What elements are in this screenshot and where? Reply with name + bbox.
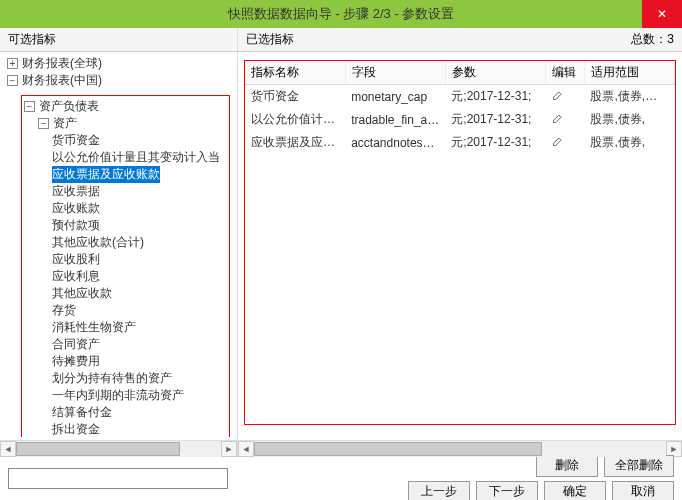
edit-icon[interactable] xyxy=(546,85,585,109)
tree-label: 应收股利 xyxy=(52,251,100,268)
tree-label: 财务报表(中国) xyxy=(22,72,102,89)
tree-label: 消耗性生物资产 xyxy=(52,319,136,336)
tree-label: 货币资金 xyxy=(52,132,100,149)
scroll-track[interactable] xyxy=(254,441,666,457)
available-header: 可选指标 xyxy=(0,28,237,52)
tree-label: 应收票据及应收账款 xyxy=(52,166,160,183)
close-button[interactable]: ✕ xyxy=(642,0,682,28)
cell: 股票,债券, xyxy=(584,108,674,131)
tree-label: 应收账款 xyxy=(52,200,100,217)
table-inner: 指标名称字段参数编辑适用范围 货币资金monetary_cap元;2017-12… xyxy=(244,60,676,425)
available-title: 可选指标 xyxy=(8,31,56,48)
delete-all-button[interactable]: 全部删除 xyxy=(604,455,674,477)
selected-panel: 已选指标 总数：3 指标名称字段参数编辑适用范围 货币资金monetary_ca… xyxy=(238,28,682,456)
tree-label: 以公允价值计量且其变动计入当 xyxy=(52,149,220,166)
table-row[interactable]: 以公允价值计量且tradable_fin_asse元;2017-12-31;股票… xyxy=(245,108,675,131)
next-button[interactable]: 下一步 xyxy=(476,481,538,501)
table-row[interactable]: 应收票据及应收账款acctandnotes_rcv元;2017-12-31;股票… xyxy=(245,131,675,154)
delete-button[interactable]: 删除 xyxy=(536,455,598,477)
tree-item[interactable]: 应收账款 xyxy=(24,200,229,217)
tree-wrap: +财务报表(全球) −财务报表(中国) −资产负债表 −资产 货币资金以公允价值… xyxy=(2,54,235,438)
table-wrap: 指标名称字段参数编辑适用范围 货币资金monetary_cap元;2017-12… xyxy=(240,54,680,438)
collapse-icon[interactable]: − xyxy=(24,101,35,112)
column-header[interactable]: 参数 xyxy=(445,61,545,85)
tree-node-balance[interactable]: −资产负债表 xyxy=(24,98,229,115)
column-header[interactable]: 适用范围 xyxy=(584,61,674,85)
tree-item[interactable]: 应收利息 xyxy=(24,268,229,285)
tree-item[interactable]: 应收票据及应收账款 xyxy=(24,166,229,183)
cell: 以公允价值计量且 xyxy=(245,108,345,131)
scroll-left-icon[interactable]: ◄ xyxy=(0,441,16,457)
edit-icon[interactable] xyxy=(546,108,585,131)
tree-item[interactable]: 消耗性生物资产 xyxy=(24,319,229,336)
tree-label: 应收票据 xyxy=(52,183,100,200)
column-header[interactable]: 编辑 xyxy=(546,61,585,85)
tree-hscrollbar[interactable]: ◄ ► xyxy=(0,440,237,456)
prev-button[interactable]: 上一步 xyxy=(408,481,470,501)
search-input[interactable] xyxy=(8,468,228,489)
table-hscrollbar[interactable]: ◄ ► xyxy=(238,440,682,456)
collapse-icon[interactable]: − xyxy=(38,118,49,129)
cell: 股票,债券,指数, xyxy=(584,85,674,109)
tree-item[interactable]: 应收票据 xyxy=(24,183,229,200)
tree-node-global[interactable]: +财务报表(全球) xyxy=(7,55,234,72)
expand-icon[interactable]: + xyxy=(7,58,18,69)
tree-item[interactable]: 预付款项 xyxy=(24,217,229,234)
footer-buttons: 删除 全部删除 上一步 下一步 确定 取消 xyxy=(234,455,674,501)
tree-item[interactable]: 货币资金 xyxy=(24,132,229,149)
scroll-track[interactable] xyxy=(16,441,221,457)
tree-item[interactable]: 合同资产 xyxy=(24,336,229,353)
tree-label: 资产负债表 xyxy=(39,98,99,115)
tree-item[interactable]: 其他应收款(合计) xyxy=(24,234,229,251)
cell: 应收票据及应收账款 xyxy=(245,131,345,154)
tree-label: 一年内到期的非流动资产 xyxy=(52,387,184,404)
tree-label: 拆出资金 xyxy=(52,421,100,438)
footer: 删除 全部删除 上一步 下一步 确定 取消 xyxy=(0,456,682,500)
selected-table: 指标名称字段参数编辑适用范围 货币资金monetary_cap元;2017-12… xyxy=(245,61,675,154)
total-count: 总数：3 xyxy=(631,31,674,48)
table-row[interactable]: 货币资金monetary_cap元;2017-12-31;股票,债券,指数, xyxy=(245,85,675,109)
titlebar: 快照数据数据向导 - 步骤 2/3 - 参数设置 ✕ xyxy=(0,0,682,28)
close-icon: ✕ xyxy=(657,7,667,21)
cell: tradable_fin_asse xyxy=(345,108,445,131)
tree-label: 待摊费用 xyxy=(52,353,100,370)
tree-item[interactable]: 以公允价值计量且其变动计入当 xyxy=(24,149,229,166)
footer-left xyxy=(8,468,228,489)
tree-label: 其他应收款 xyxy=(52,285,112,302)
tree-item[interactable]: 其他应收款 xyxy=(24,285,229,302)
body: 可选指标 +财务报表(全球) −财务报表(中国) −资产负债表 −资产 货币资金… xyxy=(0,28,682,456)
tree-item[interactable]: 待摊费用 xyxy=(24,353,229,370)
tree-item[interactable]: 存货 xyxy=(24,302,229,319)
cell: 元;2017-12-31; xyxy=(445,131,545,154)
cell: 元;2017-12-31; xyxy=(445,85,545,109)
tree-item[interactable]: 应收股利 xyxy=(24,251,229,268)
tree-node-assets[interactable]: −资产 xyxy=(24,115,229,132)
tree-label: 资产 xyxy=(53,115,77,132)
tree-label: 应收利息 xyxy=(52,268,100,285)
cancel-button[interactable]: 取消 xyxy=(612,481,674,501)
ok-button[interactable]: 确定 xyxy=(544,481,606,501)
selected-header: 已选指标 总数：3 xyxy=(238,28,682,52)
tree-item[interactable]: 一年内到期的非流动资产 xyxy=(24,387,229,404)
cell: 元;2017-12-31; xyxy=(445,108,545,131)
tree-item[interactable]: 划分为持有待售的资产 xyxy=(24,370,229,387)
scroll-thumb[interactable] xyxy=(16,442,180,456)
tree-label: 其他应收款(合计) xyxy=(52,234,144,251)
cell: acctandnotes_rcv xyxy=(345,131,445,154)
tree-label: 划分为持有待售的资产 xyxy=(52,370,172,387)
cell: monetary_cap xyxy=(345,85,445,109)
collapse-icon[interactable]: − xyxy=(7,75,18,86)
tree-node-china[interactable]: −财务报表(中国) xyxy=(7,72,234,89)
available-panel: 可选指标 +财务报表(全球) −财务报表(中国) −资产负债表 −资产 货币资金… xyxy=(0,28,238,456)
tree-item[interactable]: 结算备付金 xyxy=(24,404,229,421)
cell: 股票,债券, xyxy=(584,131,674,154)
scroll-thumb[interactable] xyxy=(254,442,542,456)
edit-icon[interactable] xyxy=(546,131,585,154)
tree-item[interactable]: 拆出资金 xyxy=(24,421,229,438)
column-header[interactable]: 指标名称 xyxy=(245,61,345,85)
tree-label: 合同资产 xyxy=(52,336,100,353)
tree-inner: −资产负债表 −资产 货币资金以公允价值计量且其变动计入当应收票据及应收账款应收… xyxy=(21,95,230,438)
selected-title: 已选指标 xyxy=(246,31,294,48)
tree-label: 存货 xyxy=(52,302,76,319)
column-header[interactable]: 字段 xyxy=(345,61,445,85)
